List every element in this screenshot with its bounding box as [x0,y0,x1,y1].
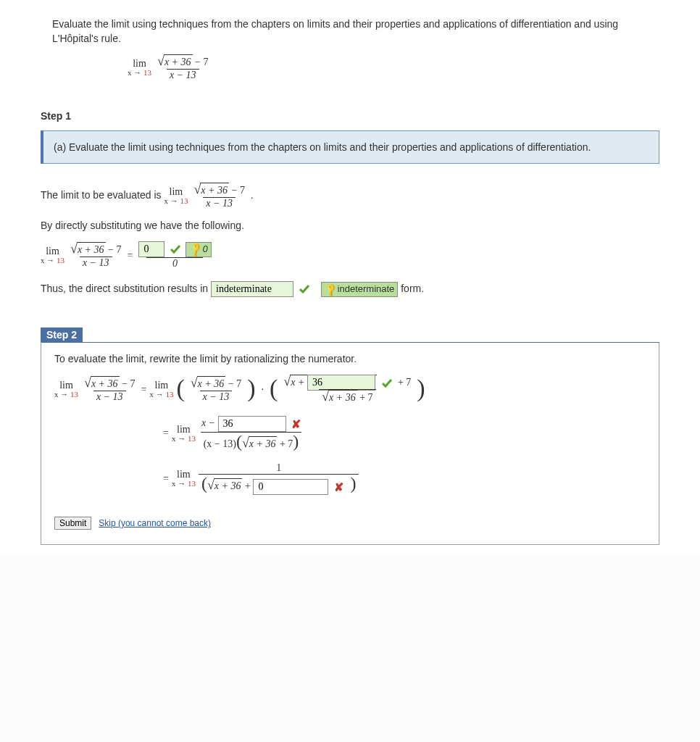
main-expression: lim x → 13 x + 36 − 7 x − 13 [128,54,659,81]
step2-line1: To evaluate the limit, rewrite the limit… [54,353,646,364]
answer-numerator-input[interactable] [138,241,164,257]
step2-actions: Submit Skip (you cannot come back) [54,517,646,530]
step2-head: Step 2 [41,328,83,342]
key-icon: 🔑 [322,282,338,298]
answer-simplify2-input[interactable] [253,479,328,495]
key-icon: 🔑 [187,242,203,258]
check-icon [381,378,393,389]
step2-rationalize: lim x → 13 x + 36 − 7 x − 13 = lim x → 1… [54,375,646,404]
key-answer-numerator: 🔑0 [186,242,211,257]
problem-prompt: Evaluate the limit using techniques from… [52,17,648,46]
wrong-icon: ✘ [291,418,301,430]
answer-form-input[interactable] [211,281,293,297]
check-icon [170,243,181,255]
step1-line2: By directly substituting we have the fol… [41,220,659,231]
wrong-icon: ✘ [334,481,343,493]
step1-line1: The limit to be evaluated is lim x → 13 … [41,183,659,209]
submit-button[interactable]: Submit [54,517,91,530]
step1-line3: Thus, the direct substitution results in… [41,281,659,297]
answer-simplify1-input[interactable] [218,416,286,432]
check-icon [299,283,310,295]
step1-callout: (a) Evaluate the limit using techniques … [41,130,659,164]
step2-simplify-2: = lim x → 13 1 (x + 36 + ✘ ) [163,462,646,495]
skip-link[interactable]: Skip (you cannot come back) [99,518,211,528]
step2-simplify-1: = lim x → 13 x − ✘ (x − 13)(x + 36 + 7) [163,416,646,451]
step2-body: To evaluate the limit, rewrite the limit… [41,342,659,545]
answer-rationalize-input[interactable] [307,375,375,391]
step1-substitution: lim x → 13 x + 36 − 7 x − 13 = [41,241,659,270]
step1-head: Step 1 [41,110,659,122]
key-answer-form: 🔑indeterminate [321,282,399,296]
lim-label: lim [133,59,146,69]
